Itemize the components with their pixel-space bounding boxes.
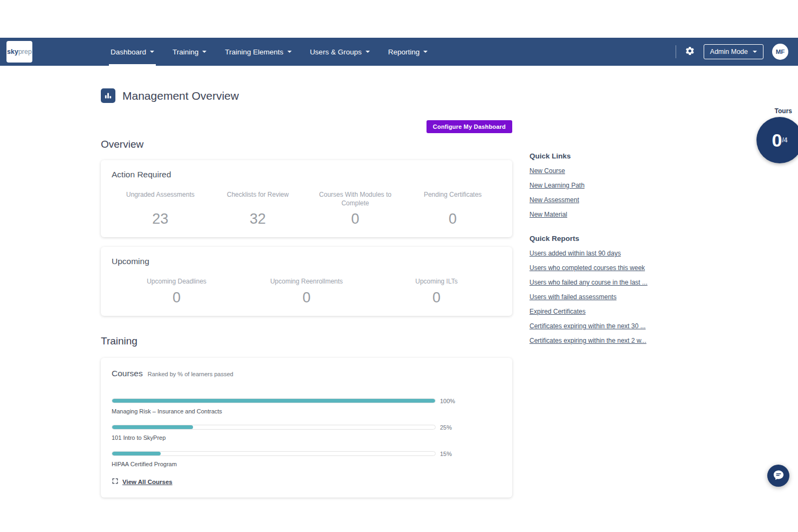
- bar-chart-icon: [101, 88, 115, 103]
- report-link-users-failed-assessments[interactable]: Users with failed assessments: [529, 293, 655, 301]
- course-name-label: HIPAA Certified Program: [112, 461, 501, 467]
- stat-label: Pending Certificates: [411, 190, 494, 208]
- chevron-down-icon: [287, 51, 292, 53]
- user-avatar[interactable]: MF: [772, 44, 788, 60]
- stat-value: 0: [249, 289, 364, 306]
- stat-checklists-review: Checklists for Review 32: [209, 190, 307, 227]
- configure-row: Configure My Dashboard: [101, 120, 512, 133]
- report-link-certs-expiring-30[interactable]: Certificates expiring within the next 30…: [529, 322, 655, 330]
- stats-row: Ungraded Assessments 23 Checklists for R…: [112, 190, 501, 227]
- chevron-down-icon: [202, 51, 207, 53]
- report-link-users-completed[interactable]: Users who completed courses this week: [529, 264, 655, 272]
- tours-progress-button[interactable]: 0/4: [756, 117, 798, 163]
- report-link-certs-expiring-2w[interactable]: Certificates expiring within the next 2 …: [529, 337, 655, 344]
- nav-label: Users & Groups: [310, 48, 362, 56]
- stat-value: 0: [379, 289, 494, 306]
- page-header: Management Overview: [101, 88, 512, 103]
- chevron-down-icon: [150, 51, 154, 53]
- training-heading: Training: [101, 335, 512, 347]
- configure-dashboard-button[interactable]: Configure My Dashboard: [426, 120, 512, 133]
- chevron-down-icon: [366, 51, 370, 53]
- course-progress-track: [112, 398, 436, 403]
- tours-label: Tours: [775, 107, 792, 115]
- stat-value: 23: [119, 211, 202, 227]
- stat-value: 0: [314, 211, 397, 227]
- action-required-card: Action Required Ungraded Assessments 23 …: [101, 160, 512, 237]
- stat-value: 0: [411, 211, 494, 227]
- main-column: Management Overview Configure My Dashboa…: [101, 66, 512, 498]
- navbar-right-cluster: Admin Mode MF: [676, 44, 788, 60]
- nav-item-reporting[interactable]: Reporting: [379, 38, 437, 66]
- course-percent-label: 100%: [440, 398, 455, 404]
- chat-launcher-button[interactable]: [767, 465, 789, 487]
- quick-reports-heading: Quick Reports: [529, 234, 664, 243]
- nav-item-dashboard[interactable]: Dashboard: [101, 38, 163, 66]
- gear-icon: [685, 46, 695, 58]
- stat-pending-certificates: Pending Certificates 0: [404, 190, 501, 227]
- main-nav: Dashboard Training Training Elements Use…: [101, 38, 437, 66]
- course-bar-row: 25% 101 Intro to SkyPrep: [112, 424, 501, 441]
- settings-button[interactable]: [685, 46, 695, 58]
- chevron-down-icon: [753, 51, 757, 53]
- quick-links-list: New Course New Learning Path New Assessm…: [529, 167, 664, 218]
- skyprep-logo[interactable]: skyprep: [6, 41, 32, 63]
- stat-label: Ungraded Assessments: [119, 190, 202, 208]
- quick-link-new-learning-path[interactable]: New Learning Path: [529, 182, 655, 189]
- nav-item-training-elements[interactable]: Training Elements: [216, 38, 300, 66]
- expand-icon: [112, 477, 119, 487]
- stat-upcoming-ilts: Upcoming ILTs 0: [372, 277, 501, 306]
- upcoming-card: Upcoming Upcoming Deadlines 0 Upcoming R…: [101, 247, 512, 315]
- stat-value: 0: [119, 289, 234, 306]
- nav-label: Reporting: [388, 48, 420, 56]
- courses-title-row: Courses Ranked by % of learners passed: [112, 369, 501, 378]
- course-progress-fill: [112, 399, 435, 403]
- view-all-courses-link[interactable]: View All Courses: [122, 479, 173, 485]
- stat-label: Upcoming Deadlines: [119, 277, 234, 286]
- stat-label: Upcoming Reenrollments: [249, 277, 364, 286]
- nav-item-users-groups[interactable]: Users & Groups: [301, 38, 379, 66]
- course-name-label: Managing Risk – Insurance and Contracts: [112, 408, 501, 414]
- courses-card-subtitle: Ranked by % of learners passed: [148, 371, 233, 377]
- admin-mode-button[interactable]: Admin Mode: [704, 44, 763, 59]
- course-bar-row: 15% HIPAA Certified Program: [112, 451, 501, 467]
- tours-total: /4: [782, 136, 787, 144]
- quick-reports-list: Users added within last 90 days Users wh…: [529, 250, 664, 344]
- view-all-row: View All Courses: [112, 477, 501, 487]
- stat-label: Upcoming ILTs: [379, 277, 494, 286]
- stat-label: Checklists for Review: [217, 190, 299, 208]
- course-progress-fill: [112, 452, 161, 455]
- admin-mode-label: Admin Mode: [710, 48, 748, 56]
- quick-links-heading: Quick Links: [529, 152, 664, 160]
- nav-label: Training: [173, 48, 198, 56]
- course-progress-track: [112, 425, 436, 430]
- logo-text-sky: sky: [7, 48, 18, 56]
- course-progress-fill: [112, 425, 193, 429]
- course-percent-label: 25%: [440, 424, 452, 431]
- courses-card-title: Courses: [112, 369, 143, 378]
- nav-item-training[interactable]: Training: [163, 38, 216, 66]
- quick-link-new-material[interactable]: New Material: [529, 211, 655, 218]
- stat-upcoming-deadlines: Upcoming Deadlines 0: [112, 277, 242, 306]
- course-percent-label: 15%: [440, 451, 452, 457]
- course-progress-track: [112, 451, 436, 456]
- chat-icon: [773, 469, 785, 483]
- page-title: Management Overview: [122, 89, 239, 102]
- courses-card: Courses Ranked by % of learners passed 1…: [101, 358, 512, 498]
- navbar-divider: [676, 45, 676, 58]
- card-title: Action Required: [112, 170, 501, 179]
- report-link-users-added[interactable]: Users added within last 90 days: [529, 250, 655, 257]
- stat-courses-modules-complete: Courses With Modules to Complete 0: [307, 190, 404, 227]
- stat-upcoming-reenrollments: Upcoming Reenrollments 0: [242, 277, 372, 306]
- quick-link-new-assessment[interactable]: New Assessment: [529, 196, 655, 204]
- courses-bar-chart: 100% Managing Risk – Insurance and Contr…: [112, 398, 501, 467]
- course-bar-row: 100% Managing Risk – Insurance and Contr…: [112, 398, 501, 414]
- report-link-expired-certificates[interactable]: Expired Certificates: [529, 308, 655, 315]
- nav-label: Training Elements: [225, 48, 283, 56]
- report-link-users-failed-course[interactable]: Users who failed any course in the last …: [529, 279, 655, 286]
- top-navbar: skyprep Dashboard Training Training Elem…: [0, 38, 798, 66]
- card-title: Upcoming: [112, 257, 501, 266]
- quick-link-new-course[interactable]: New Course: [529, 167, 655, 175]
- page-content: Management Overview Configure My Dashboa…: [0, 66, 798, 532]
- logo-text-prep: prep: [18, 48, 32, 56]
- stat-label: Courses With Modules to Complete: [314, 190, 397, 208]
